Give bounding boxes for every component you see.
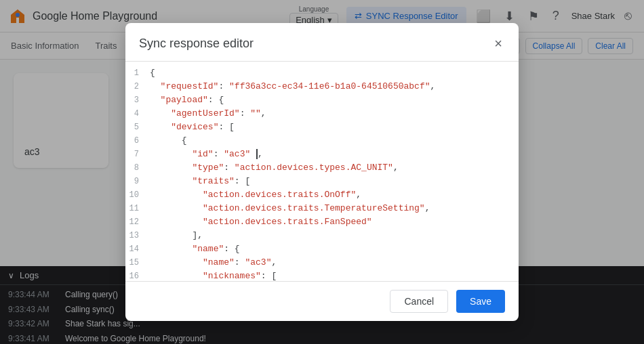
line-number: 16 (125, 272, 150, 281)
line-content: "action.devices.traits.FanSpeed" (150, 217, 519, 227)
line-content: "nicknames": [ (150, 271, 519, 281)
line-content: ], (150, 230, 519, 240)
line-content: "name": { (150, 244, 519, 254)
modal-header: Sync response editor × (125, 23, 519, 62)
line-content: "devices": [ (150, 122, 519, 132)
code-line: 11 "action.devices.traits.TemperatureSet… (125, 202, 519, 216)
modal-overlay: Sync response editor × 1{2 "requestId": … (0, 0, 644, 344)
code-line: 6 { (125, 135, 519, 148)
line-content: "requestId": "ff36a3cc-ec34-11e6-b1a0-64… (150, 81, 519, 91)
code-line: 12 "action.devices.traits.FanSpeed" (125, 216, 519, 230)
code-line: 7 "id": "ac3" , (125, 148, 519, 162)
line-number: 12 (125, 217, 150, 227)
modal-title: Sync response editor (139, 37, 254, 51)
line-number: 13 (125, 231, 150, 240)
save-button[interactable]: Save (456, 290, 505, 313)
line-content: "id": "ac3" , (150, 149, 519, 159)
line-number: 11 (125, 204, 150, 213)
line-number: 8 (125, 163, 150, 173)
line-content: "action.devices.traits.OnOff", (150, 190, 519, 200)
line-number: 14 (125, 244, 150, 254)
code-line: 5 "devices": [ (125, 121, 519, 135)
sync-response-editor-modal: Sync response editor × 1{2 "requestId": … (125, 23, 519, 321)
code-line: 8 "type": "action.devices.types.AC_UNIT"… (125, 162, 519, 175)
code-line: 9 "traits": [ (125, 175, 519, 189)
line-content: "agentUserId": "", (150, 108, 519, 119)
line-number: 6 (125, 136, 150, 146)
line-content: { (150, 68, 519, 78)
line-content: "payload": { (150, 95, 519, 105)
line-content: "action.devices.traits.TemperatureSettin… (150, 203, 519, 213)
line-number: 15 (125, 258, 150, 267)
code-line: 10 "action.devices.traits.OnOff", (125, 189, 519, 202)
line-number: 3 (125, 95, 150, 105)
code-line: 16 "nicknames": [ (125, 270, 519, 281)
line-content: { (150, 135, 519, 146)
code-line: 14 "name": { (125, 243, 519, 257)
code-editor[interactable]: 1{2 "requestId": "ff36a3cc-ec34-11e6-b1a… (125, 62, 519, 281)
line-number: 9 (125, 177, 150, 186)
line-number: 1 (125, 68, 150, 78)
code-line: 2 "requestId": "ff36a3cc-ec34-11e6-b1a0-… (125, 81, 519, 94)
modal-footer: Cancel Save (125, 281, 519, 321)
code-line: 15 "name": "ac3", (125, 257, 519, 270)
cancel-button[interactable]: Cancel (390, 290, 448, 313)
line-content: "type": "action.devices.types.AC_UNIT", (150, 163, 519, 173)
line-content: "traits": [ (150, 176, 519, 186)
code-line: 4 "agentUserId": "", (125, 108, 519, 121)
line-content: "name": "ac3", (150, 257, 519, 267)
code-line: 13 ], (125, 230, 519, 243)
modal-close-button[interactable]: × (491, 34, 505, 53)
line-number: 4 (125, 109, 150, 119)
code-line: 1{ (125, 67, 519, 81)
line-number: 7 (125, 150, 150, 159)
code-line: 3 "payload": { (125, 94, 519, 108)
line-number: 5 (125, 123, 150, 132)
line-number: 2 (125, 82, 150, 91)
line-number: 10 (125, 190, 150, 200)
